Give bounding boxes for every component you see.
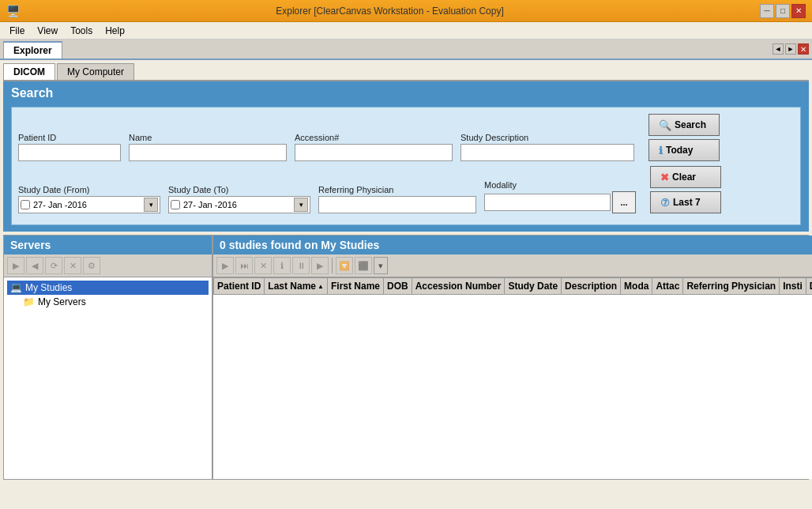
clear-button[interactable]: ✖ Clear bbox=[650, 166, 721, 188]
tab-nav: ◄ ► ✕ bbox=[773, 43, 809, 55]
accession-input[interactable] bbox=[295, 144, 453, 161]
last7-button[interactable]: ⑦ Last 7 bbox=[650, 191, 721, 213]
modality-group: Modality ... bbox=[484, 180, 636, 213]
search-button[interactable]: 🔍 Search bbox=[648, 114, 720, 136]
table-header-row: Patient ID Last Name ▲ First Name bbox=[214, 278, 813, 295]
study-date-to-checkbox[interactable] bbox=[171, 200, 180, 209]
study-desc-label: Study Description bbox=[461, 133, 634, 142]
col-study-date[interactable]: Study Date bbox=[505, 278, 562, 295]
today-icon: ℹ bbox=[659, 145, 663, 156]
servers-toolbar-btn-2[interactable]: ◀ bbox=[26, 257, 43, 274]
name-group: Name bbox=[129, 133, 287, 161]
computer-icon: 💻 bbox=[10, 282, 22, 293]
search-panel: Search Patient ID Name Accession# Study … bbox=[3, 81, 809, 232]
tree-item-my-studies[interactable]: 💻 My Studies bbox=[7, 281, 209, 295]
study-date-from-picker[interactable]: ▾ bbox=[144, 198, 158, 212]
search-row-1: Patient ID Name Accession# Study Descrip… bbox=[18, 114, 794, 161]
studies-toolbar: ▶ ⏭ ✕ ℹ ⏸ ▶ 🔽 ⬛ ▾ bbox=[213, 254, 812, 277]
menu-view[interactable]: View bbox=[31, 22, 64, 39]
col-patient-id[interactable]: Patient ID bbox=[214, 278, 265, 295]
main-content: DICOM My Computer Search Patient ID Name… bbox=[0, 60, 812, 509]
study-date-from-group: Study Date (From) 27- Jan -2016 ▾ bbox=[18, 185, 160, 213]
tab-my-computer[interactable]: My Computer bbox=[57, 63, 134, 80]
col-accession-number[interactable]: Accession Number bbox=[412, 278, 505, 295]
clear-icon: ✖ bbox=[660, 172, 669, 183]
col-referring-physician[interactable]: Referring Physician bbox=[683, 278, 780, 295]
my-servers-label: My Servers bbox=[38, 296, 86, 307]
studies-data-table: Patient ID Last Name ▲ First Name bbox=[213, 277, 812, 295]
study-date-to-picker[interactable]: ▾ bbox=[294, 198, 308, 212]
servers-toolbar-btn-1[interactable]: ▶ bbox=[7, 257, 24, 274]
study-date-from-field: 27- Jan -2016 ▾ bbox=[18, 196, 160, 213]
studies-toolbar-btn-3[interactable]: ✕ bbox=[254, 257, 272, 274]
restore-button[interactable]: □ bbox=[776, 4, 790, 18]
col-insti[interactable]: Insti bbox=[780, 278, 806, 295]
study-date-to-field: 27- Jan -2016 ▾ bbox=[168, 196, 310, 213]
study-date-to-group: Study Date (To) 27- Jan -2016 ▾ bbox=[168, 185, 310, 213]
study-desc-group: Study Description bbox=[461, 133, 634, 161]
tab-close[interactable]: ✕ bbox=[798, 43, 809, 55]
close-button[interactable]: ✕ bbox=[791, 4, 806, 18]
study-date-from-label: Study Date (From) bbox=[18, 185, 160, 194]
menu-help[interactable]: Help bbox=[99, 22, 131, 39]
action-buttons-right-2: ✖ Clear ⑦ Last 7 bbox=[650, 166, 721, 213]
referring-physician-input[interactable] bbox=[318, 196, 476, 213]
servers-toolbar-btn-3[interactable]: ⟳ bbox=[45, 257, 62, 274]
studies-toolbar-btn-4[interactable]: ℹ bbox=[273, 257, 291, 274]
studies-toolbar-btn-6[interactable]: ▶ bbox=[311, 257, 329, 274]
accession-label: Accession# bbox=[295, 133, 453, 142]
studies-toolbar-btn-5[interactable]: ⏸ bbox=[292, 257, 310, 274]
col-delete-on[interactable]: Delete On bbox=[806, 278, 812, 295]
patient-id-input[interactable] bbox=[18, 144, 121, 161]
servers-tree: 💻 My Studies 📁 My Servers bbox=[4, 277, 212, 479]
studies-toolbar-dropdown[interactable]: ▾ bbox=[374, 257, 388, 274]
studies-toolbar-btn-2[interactable]: ⏭ bbox=[235, 257, 253, 274]
search-fields: Patient ID Name Accession# Study Descrip… bbox=[11, 107, 801, 225]
tab-dicom[interactable]: DICOM bbox=[3, 63, 55, 80]
studies-toolbar-btn-8[interactable]: ⬛ bbox=[355, 257, 372, 274]
referring-physician-group: Referring Physician bbox=[318, 185, 476, 213]
tree-item-my-servers[interactable]: 📁 My Servers bbox=[7, 295, 209, 309]
servers-toolbar-btn-5[interactable]: ⚙ bbox=[83, 257, 100, 274]
modality-input[interactable] bbox=[484, 194, 611, 211]
col-dob[interactable]: DOB bbox=[384, 278, 412, 295]
app-icon: 🖥️ bbox=[6, 5, 20, 17]
tab-bar: Explorer ◄ ► ✕ bbox=[0, 40, 812, 60]
modality-label: Modality bbox=[484, 180, 636, 190]
col-description[interactable]: Description bbox=[562, 278, 621, 295]
col-moda[interactable]: Moda bbox=[621, 278, 652, 295]
title-bar: 🖥️ Explorer [ClearCanvas Workstation - E… bbox=[0, 0, 812, 22]
tab-nav-left[interactable]: ◄ bbox=[773, 43, 784, 55]
action-buttons-right: 🔍 Search ℹ Today bbox=[648, 114, 720, 161]
menu-bar: File View Tools Help bbox=[0, 22, 812, 40]
menu-tools[interactable]: Tools bbox=[64, 22, 99, 39]
today-button[interactable]: ℹ Today bbox=[648, 139, 720, 161]
studies-toolbar-btn-7[interactable]: 🔽 bbox=[336, 257, 353, 274]
study-desc-input[interactable] bbox=[461, 144, 634, 161]
modality-browse-button[interactable]: ... bbox=[612, 191, 636, 213]
col-last-name[interactable]: Last Name ▲ bbox=[265, 278, 328, 295]
referring-physician-label: Referring Physician bbox=[318, 185, 476, 194]
servers-title: Servers bbox=[4, 236, 212, 254]
servers-toolbar-btn-4[interactable]: ✕ bbox=[64, 257, 81, 274]
window-controls: ─ □ ✕ bbox=[760, 4, 806, 18]
studies-title: 0 studies found on My Studies bbox=[213, 236, 812, 254]
bottom-section: Servers ▶ ◀ ⟳ ✕ ⚙ 💻 My Studies 📁 My Serv… bbox=[3, 235, 809, 480]
study-date-from-checkbox[interactable] bbox=[21, 200, 30, 209]
studies-table: Patient ID Last Name ▲ First Name bbox=[213, 277, 812, 479]
col-attac[interactable]: Attac bbox=[652, 278, 683, 295]
accession-group: Accession# bbox=[295, 133, 453, 161]
tab-nav-right[interactable]: ► bbox=[785, 43, 796, 55]
name-label: Name bbox=[129, 133, 287, 142]
search-row-2: Study Date (From) 27- Jan -2016 ▾ Study … bbox=[18, 166, 794, 213]
studies-toolbar-btn-1[interactable]: ▶ bbox=[216, 257, 234, 274]
name-input[interactable] bbox=[129, 144, 287, 161]
servers-panel: Servers ▶ ◀ ⟳ ✕ ⚙ 💻 My Studies 📁 My Serv… bbox=[4, 236, 213, 479]
my-studies-label: My Studies bbox=[25, 282, 72, 293]
menu-file[interactable]: File bbox=[3, 22, 31, 39]
sort-arrow-icon: ▲ bbox=[318, 283, 324, 290]
tab-explorer[interactable]: Explorer bbox=[3, 41, 62, 58]
minimize-button[interactable]: ─ bbox=[760, 4, 774, 18]
servers-toolbar: ▶ ◀ ⟳ ✕ ⚙ bbox=[4, 254, 212, 277]
col-first-name[interactable]: First Name bbox=[327, 278, 383, 295]
